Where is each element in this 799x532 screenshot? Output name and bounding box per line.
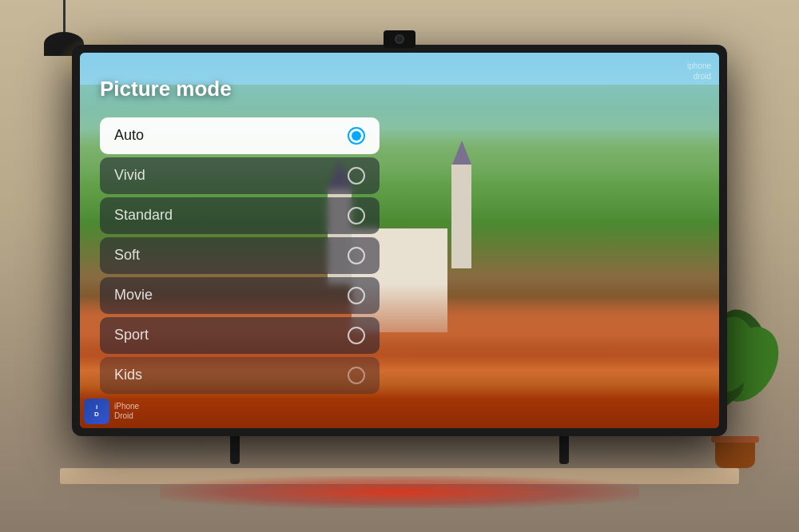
mode-item-soft[interactable]: Soft [100, 237, 380, 274]
mode-label-kids: Kids [114, 367, 142, 383]
mode-item-kids[interactable]: Kids [100, 357, 380, 394]
tv-screen: Picture mode AutoVividStandardSoftMovieS… [80, 53, 719, 428]
castle-spire-right [452, 141, 471, 165]
radio-auto [348, 127, 365, 145]
tv-frame: Picture mode AutoVividStandardSoftMovieS… [72, 45, 727, 436]
watermark-top-right: iphonedroid [687, 61, 711, 81]
radio-vivid [348, 167, 365, 185]
tv-set: Picture mode AutoVividStandardSoftMovieS… [72, 45, 727, 464]
radio-kids [348, 367, 365, 384]
picture-mode-title: Picture mode [100, 77, 380, 101]
picture-mode-panel: Picture mode AutoVividStandardSoftMovieS… [80, 53, 400, 428]
tv-ambient-light [160, 476, 639, 508]
mode-label-soft: Soft [114, 247, 140, 264]
mode-label-sport: Sport [114, 327, 149, 343]
mode-label-standard: Standard [114, 207, 173, 224]
webcam [384, 30, 415, 48]
stand-leg-left [230, 436, 240, 464]
mode-label-movie: Movie [114, 287, 153, 304]
mode-item-movie[interactable]: Movie [100, 277, 380, 314]
radio-inner-auto [352, 131, 361, 141]
mode-item-standard[interactable]: Standard [100, 197, 380, 234]
mode-item-vivid[interactable]: Vivid [100, 157, 380, 194]
mode-item-auto[interactable]: Auto [100, 117, 380, 154]
mode-item-sport[interactable]: Sport [100, 317, 380, 354]
tv-stand [72, 436, 727, 464]
webcam-lens [395, 34, 404, 44]
mode-list: AutoVividStandardSoftMovieSportKids [100, 117, 380, 394]
castle-tower-right [451, 165, 471, 268]
stand-leg-right [559, 436, 569, 464]
radio-soft [348, 247, 365, 264]
radio-standard [348, 207, 365, 224]
radio-sport [348, 327, 365, 344]
mode-label-auto: Auto [114, 127, 144, 144]
watermark-brand-text: iPhoneDroid [114, 402, 139, 421]
mode-label-vivid: Vivid [114, 167, 145, 184]
watermark-icon: iD [84, 399, 109, 424]
radio-movie [348, 287, 365, 304]
watermark-bottom-left: iD iPhoneDroid [84, 399, 139, 424]
